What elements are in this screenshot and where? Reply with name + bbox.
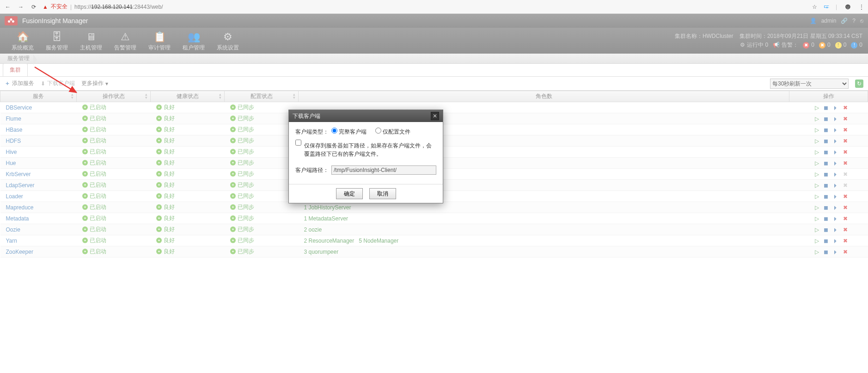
restart-icon[interactable]: ⏵ xyxy=(833,171,838,177)
stop-icon[interactable]: ◼ xyxy=(824,193,828,200)
delete-icon[interactable]: ✖ xyxy=(843,226,848,233)
restart-icon[interactable]: ⏵ xyxy=(833,204,838,211)
address-bar[interactable]: ▲ 不安全 | https://192.168.120.141:28443/we… xyxy=(43,3,807,11)
help-icon[interactable]: ? xyxy=(852,18,856,24)
stop-icon[interactable]: ◼ xyxy=(824,127,828,133)
delete-icon[interactable]: ✖ xyxy=(843,160,848,166)
start-icon[interactable]: ▷ xyxy=(815,238,819,244)
start-icon[interactable]: ▷ xyxy=(815,204,819,211)
service-link[interactable]: ZooKeeper xyxy=(6,249,33,255)
start-icon[interactable]: ▷ xyxy=(815,193,819,200)
nav-item-1[interactable]: 🗄服务管理 xyxy=(40,30,74,52)
delete-icon[interactable]: ✖ xyxy=(843,215,848,222)
alarm-info[interactable]: !0 xyxy=(851,41,862,49)
start-icon[interactable]: ▷ xyxy=(815,182,819,189)
delete-icon[interactable]: ✖ xyxy=(843,104,848,111)
service-link[interactable]: HBase xyxy=(6,127,23,133)
more-actions-button[interactable]: 更多操作 ▾ xyxy=(81,79,108,87)
delete-icon[interactable]: ✖ xyxy=(843,116,848,122)
start-icon[interactable]: ▷ xyxy=(815,171,819,177)
service-link[interactable]: Metadata xyxy=(6,215,29,222)
start-icon[interactable]: ▷ xyxy=(815,160,819,166)
start-icon[interactable]: ▷ xyxy=(815,138,819,144)
col-config[interactable]: 配置状态▴▾ xyxy=(225,91,299,102)
nav-item-2[interactable]: 🖥主机管理 xyxy=(74,30,108,52)
service-link[interactable]: Mapreduce xyxy=(6,204,34,211)
download-client-button[interactable]: ⬇下载客户端 xyxy=(41,79,75,87)
service-link[interactable]: Hive xyxy=(6,149,17,155)
nav-item-4[interactable]: 📋审计管理 xyxy=(142,30,177,52)
restart-icon[interactable]: ⏵ xyxy=(833,238,838,244)
tab-cluster[interactable]: 集群 xyxy=(3,63,28,76)
restart-icon[interactable]: ⏵ xyxy=(833,149,838,155)
stop-icon[interactable]: ◼ xyxy=(824,160,828,166)
service-link[interactable]: Oozie xyxy=(6,226,20,233)
ok-button[interactable]: 确定 xyxy=(336,188,363,199)
account-icon[interactable]: ☻ xyxy=(844,2,852,12)
start-icon[interactable]: ▷ xyxy=(815,116,819,122)
radio-full-client[interactable]: 完整客户端 xyxy=(331,128,367,136)
delete-icon[interactable]: ✖ xyxy=(843,193,848,200)
alarm-minor[interactable]: !0 xyxy=(835,41,847,49)
service-link[interactable]: LdapServer xyxy=(6,182,35,189)
refresh-button[interactable]: ↻ xyxy=(855,79,863,88)
stop-icon[interactable]: ◼ xyxy=(824,138,828,144)
refresh-interval-select[interactable]: 每30秒刷新一次 xyxy=(770,79,849,89)
alarm-critical[interactable]: ✖0 xyxy=(803,41,814,49)
stop-icon[interactable]: ◼ xyxy=(824,226,828,233)
forward-icon[interactable]: → xyxy=(17,3,25,11)
delete-icon[interactable]: ✖ xyxy=(843,138,848,144)
cancel-button[interactable]: 取消 xyxy=(369,188,396,199)
radio-config-only[interactable]: 仅配置文件 xyxy=(375,128,410,136)
restart-icon[interactable]: ⏵ xyxy=(833,182,838,189)
breadcrumb-seg[interactable]: 服务管理 xyxy=(3,55,34,62)
stop-icon[interactable]: ◼ xyxy=(824,215,828,222)
star-icon[interactable]: ☆ xyxy=(812,4,817,10)
stop-icon[interactable]: ◼ xyxy=(824,238,828,244)
restart-icon[interactable]: ⏵ xyxy=(833,127,838,133)
restart-icon[interactable]: ⏵ xyxy=(833,116,838,122)
col-health[interactable]: 健康状态▴▾ xyxy=(151,91,225,102)
client-path-input[interactable] xyxy=(331,165,436,175)
stop-icon[interactable]: ◼ xyxy=(824,249,828,255)
service-link[interactable]: Hue xyxy=(6,160,16,166)
reload-icon[interactable]: ⟳ xyxy=(30,3,38,11)
service-link[interactable]: Yarn xyxy=(6,238,17,244)
delete-icon[interactable]: ✖ xyxy=(843,204,848,211)
stop-icon[interactable]: ◼ xyxy=(824,171,828,177)
start-icon[interactable]: ▷ xyxy=(815,104,819,111)
start-icon[interactable]: ▷ xyxy=(815,215,819,222)
alarm-major[interactable]: ✖0 xyxy=(819,41,831,49)
nav-item-5[interactable]: 👥租户管理 xyxy=(177,30,211,52)
restart-icon[interactable]: ⏵ xyxy=(833,215,838,222)
service-link[interactable]: Loader xyxy=(6,193,23,200)
delete-icon[interactable]: ✖ xyxy=(843,149,848,155)
service-link[interactable]: DBService xyxy=(6,104,32,111)
stop-icon[interactable]: ◼ xyxy=(824,204,828,211)
user-name[interactable]: admin xyxy=(821,18,837,24)
delete-icon[interactable]: ✖ xyxy=(843,127,848,133)
nav-item-0[interactable]: 🏠系统概览 xyxy=(6,30,40,52)
start-icon[interactable]: ▷ xyxy=(815,249,819,255)
stop-icon[interactable]: ◼ xyxy=(824,149,828,155)
restart-icon[interactable]: ⏵ xyxy=(833,226,838,233)
service-link[interactable]: HDFS xyxy=(6,138,21,144)
start-icon[interactable]: ▷ xyxy=(815,226,819,233)
restart-icon[interactable]: ⏵ xyxy=(833,138,838,144)
col-service[interactable]: 服务▴▾ xyxy=(0,91,77,102)
service-link[interactable]: Flume xyxy=(6,116,21,122)
restart-icon[interactable]: ⏵ xyxy=(833,104,838,111)
translate-icon[interactable]: ⮓ xyxy=(824,4,829,10)
stop-icon[interactable]: ◼ xyxy=(824,116,828,122)
stop-icon[interactable]: ◼ xyxy=(824,182,828,189)
nav-item-6[interactable]: ⚙系统设置 xyxy=(211,30,245,52)
delete-icon[interactable]: ✖ xyxy=(843,249,848,255)
start-icon[interactable]: ▷ xyxy=(815,149,819,155)
save-to-server-checkbox[interactable] xyxy=(295,140,301,146)
restart-icon[interactable]: ⏵ xyxy=(833,160,838,166)
menu-icon[interactable]: ⋮ xyxy=(859,4,864,10)
service-link[interactable]: KrbServer xyxy=(6,171,31,177)
col-op[interactable]: 操作状态▴▾ xyxy=(77,91,151,102)
logout-icon[interactable]: ⎋ xyxy=(860,18,863,24)
add-service-button[interactable]: ＋添加服务 xyxy=(5,79,34,87)
